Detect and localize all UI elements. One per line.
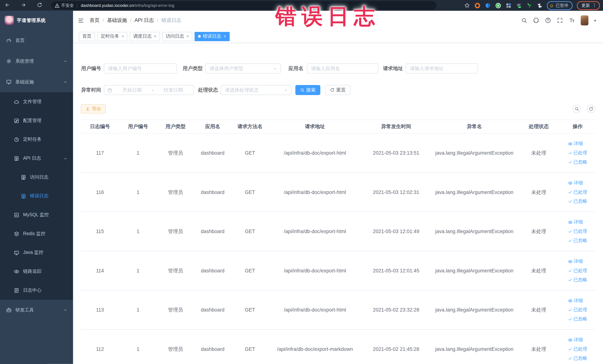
url-path[interactable]: /infra/log/api-error-log bbox=[134, 3, 174, 8]
back-icon[interactable] bbox=[5, 2, 11, 8]
reset-button[interactable]: 重置 bbox=[325, 85, 350, 95]
eye-small-icon bbox=[568, 259, 573, 264]
breadcrumb-item[interactable]: 首页 bbox=[90, 17, 100, 24]
action-已处理[interactable]: 已处理 bbox=[568, 346, 587, 352]
sidebar-item-system[interactable]: 系统管理 bbox=[0, 51, 73, 71]
tab-定时任务[interactable]: 定时任务× bbox=[97, 32, 128, 41]
action-详细[interactable]: 详细 bbox=[568, 140, 583, 147]
star-icon[interactable] bbox=[464, 2, 470, 8]
close-icon[interactable]: × bbox=[186, 34, 189, 39]
cell-actions: 详细已处理已忽略 bbox=[560, 133, 595, 173]
action-已忽略[interactable]: 已忽略 bbox=[568, 237, 587, 244]
cell-user-type: 管理员 bbox=[157, 290, 194, 329]
export-button[interactable]: 导出 bbox=[81, 104, 106, 114]
tab-错误日志[interactable]: 错误日志× bbox=[195, 32, 230, 41]
action-详细[interactable]: 详细 bbox=[568, 258, 583, 265]
url-domain[interactable]: dashboard.yudao.iocoder.cn bbox=[81, 3, 134, 8]
sidebar-item-error-log[interactable]: 错误日志 bbox=[0, 187, 73, 205]
eye-small-icon bbox=[568, 338, 573, 342]
forward-icon[interactable] bbox=[21, 2, 27, 8]
eye-icon bbox=[14, 269, 19, 274]
browser-menu-icon[interactable] bbox=[592, 3, 597, 8]
sidebar-item-home[interactable]: 首页 bbox=[0, 30, 73, 51]
ext-orange-icon[interactable] bbox=[474, 2, 480, 8]
action-已处理[interactable]: 已处理 bbox=[568, 150, 587, 156]
exception-time-label: 异常时间 bbox=[81, 87, 101, 94]
tab-访问日志[interactable]: 访问日志× bbox=[162, 32, 192, 41]
sidebar-item-log-center[interactable]: 日志中心 bbox=[0, 281, 73, 300]
profile-paused-chip[interactable]: ☺ 已暂停 bbox=[547, 1, 573, 10]
action-已处理[interactable]: 已处理 bbox=[568, 228, 587, 235]
fullscreen-icon[interactable] bbox=[557, 17, 563, 23]
sidebar-item-access-log[interactable]: 访问日志 bbox=[0, 168, 73, 187]
sidebar-item-job[interactable]: 定时任务 bbox=[0, 130, 73, 149]
tab-调度日志[interactable]: 调度日志× bbox=[130, 32, 160, 41]
app-name-input[interactable] bbox=[307, 63, 379, 73]
process-status-select[interactable]: 请选择处理状态 bbox=[221, 85, 291, 95]
cell-user-type: 管理员 bbox=[157, 212, 194, 251]
table-header-row: 日志编号用户编号用户类型应用名请求方法名请求地址异常发生时间异常名处理状态操作 bbox=[81, 120, 595, 133]
ext-green-v-icon[interactable] bbox=[495, 2, 501, 8]
column-header: 请求地址 bbox=[269, 120, 361, 133]
cell-actions: 详细已处理已忽略 bbox=[560, 172, 595, 212]
action-已忽略[interactable]: 已忽略 bbox=[568, 159, 587, 165]
sidebar-item-redis[interactable]: Redis 监控 bbox=[0, 224, 73, 243]
check-icon bbox=[568, 160, 572, 164]
sidebar-item-api-log[interactable]: API 日志 bbox=[0, 149, 73, 168]
breadcrumb-item[interactable]: 基础设施 bbox=[107, 17, 127, 24]
close-icon[interactable]: × bbox=[122, 34, 124, 39]
refresh-table-button[interactable] bbox=[587, 105, 595, 113]
sidebar-item-config[interactable]: 配置管理 bbox=[0, 111, 73, 130]
cell-status: 未处理 bbox=[518, 251, 560, 290]
user-id-input[interactable] bbox=[104, 63, 177, 73]
address-bar[interactable]: 不安全 dashboard.yudao.iocoder.cn/infra/log… bbox=[51, 1, 437, 10]
browser-update-button[interactable]: 更新 bbox=[577, 1, 600, 10]
sidebar-item-infra[interactable]: 基础设施 bbox=[0, 71, 73, 92]
action-详细[interactable]: 详细 bbox=[568, 297, 583, 304]
security-label[interactable]: 不安全 bbox=[61, 2, 74, 8]
action-详细[interactable]: 详细 bbox=[568, 219, 583, 225]
cell-user-type: 管理员 bbox=[157, 329, 194, 364]
action-已忽略[interactable]: 已忽略 bbox=[568, 198, 587, 205]
question-icon[interactable] bbox=[545, 17, 551, 23]
action-已忽略[interactable]: 已忽略 bbox=[568, 316, 587, 322]
action-已处理[interactable]: 已处理 bbox=[568, 306, 587, 313]
action-详细[interactable]: 详细 bbox=[568, 337, 583, 343]
action-详细[interactable]: 详细 bbox=[568, 180, 583, 186]
ext-plant-icon[interactable] bbox=[526, 2, 532, 8]
action-已处理[interactable]: 已处理 bbox=[568, 267, 587, 274]
toggle-search-button[interactable] bbox=[573, 105, 581, 113]
ext-grid-icon[interactable] bbox=[506, 2, 511, 8]
app-logo-row[interactable]: 芋道管理系统 bbox=[0, 11, 73, 30]
ext-on-icon[interactable]: on bbox=[516, 2, 522, 8]
ext-shield-icon[interactable] bbox=[485, 2, 491, 8]
sidebar-item-mysql[interactable]: MySQL 监控 bbox=[0, 205, 73, 224]
sidebar-item-dev-tools[interactable]: 研发工具 bbox=[0, 300, 73, 320]
hamburger-icon[interactable] bbox=[78, 17, 84, 23]
action-已忽略[interactable]: 已忽略 bbox=[568, 355, 587, 362]
action-已忽略[interactable]: 已忽略 bbox=[568, 277, 587, 283]
reload-icon[interactable] bbox=[37, 2, 43, 8]
search-icon[interactable] bbox=[521, 17, 527, 23]
sidebar-item-trace[interactable]: 链路追踪 bbox=[0, 262, 73, 281]
request-url-input[interactable] bbox=[406, 63, 478, 73]
breadcrumb-item[interactable]: API 日志 bbox=[134, 17, 154, 24]
table-row: 1161管理员dashboardGET/api/infra/db-doc/exp… bbox=[81, 172, 595, 212]
security-warning-icon[interactable] bbox=[55, 3, 60, 8]
cell-app-name: dashboard bbox=[194, 329, 231, 364]
user-type-select[interactable]: 请选择用户类型 bbox=[205, 63, 281, 73]
exception-time-range-picker[interactable]: 开始日期 - 结束日期 bbox=[104, 85, 194, 95]
close-icon[interactable]: × bbox=[223, 34, 226, 39]
action-已处理[interactable]: 已处理 bbox=[568, 189, 587, 195]
sidebar-item-file[interactable]: 文件管理 bbox=[0, 92, 73, 111]
text-size-icon[interactable] bbox=[569, 17, 575, 23]
sidebar-item-label: Redis 监控 bbox=[23, 231, 45, 237]
avatar-caret-icon[interactable]: ▾ bbox=[594, 18, 596, 23]
user-avatar[interactable] bbox=[581, 15, 588, 25]
close-icon[interactable]: × bbox=[154, 34, 156, 39]
ext-puzzle-icon[interactable] bbox=[537, 2, 543, 8]
search-button[interactable]: 搜索 bbox=[295, 85, 320, 95]
sidebar-item-java[interactable]: Java 监控 bbox=[0, 243, 73, 262]
github-icon[interactable] bbox=[533, 17, 539, 23]
tab-首页[interactable]: 首页 bbox=[79, 32, 95, 41]
